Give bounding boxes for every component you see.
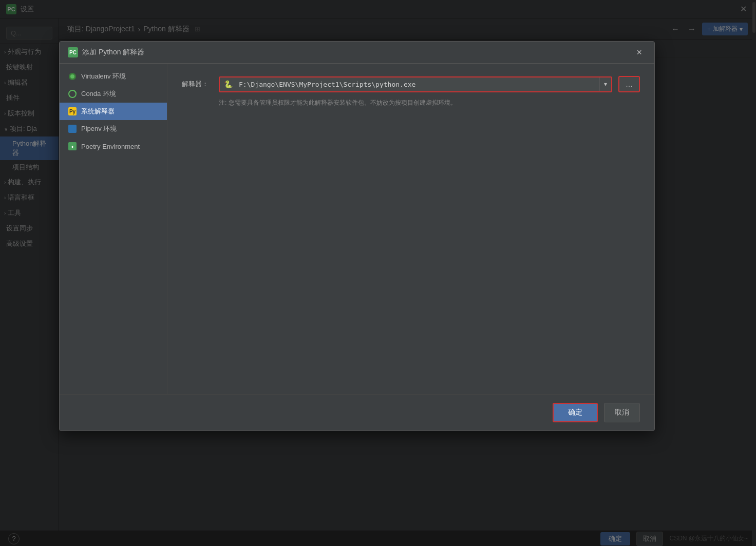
nav-item-label: Poetry Environment (81, 143, 140, 150)
modal-confirm-button[interactable]: 确定 (553, 403, 598, 422)
interpreter-browse-button[interactable]: … (618, 76, 640, 92)
pipenv-icon (68, 124, 77, 133)
nav-item-system[interactable]: Py 系统解释器 (60, 103, 167, 120)
interpreter-path-input[interactable] (237, 77, 599, 91)
modal-title-bar: PC 添加 Python 解释器 × (60, 42, 654, 64)
virtualenv-icon (68, 72, 77, 81)
interpreter-field-row: 解释器： 🐍 ▾ … (182, 76, 640, 92)
python-icon: 🐍 (220, 80, 237, 88)
interpreter-field-label: 解释器： (182, 80, 213, 89)
interpreter-dropdown-button[interactable]: ▾ (599, 77, 611, 91)
modal-close-button[interactable]: × (632, 47, 646, 58)
poetry-icon: ♦ (68, 142, 77, 151)
modal-cancel-button[interactable]: 取消 (604, 403, 640, 422)
modal-overlay: PC 添加 Python 解释器 × Virtuale (0, 0, 756, 546)
nav-item-label: Virtualenv 环境 (81, 72, 126, 81)
modal-title: 添加 Python 解释器 (82, 48, 144, 57)
modal-app-icon: PC (68, 47, 78, 57)
nav-item-label: Pipenv 环境 (81, 124, 117, 133)
nav-item-virtualenv[interactable]: Virtualenv 环境 (60, 68, 167, 85)
nav-item-conda[interactable]: Conda 环境 (60, 85, 167, 103)
modal-left-nav: Virtualenv 环境 Conda 环境 (60, 64, 167, 394)
svg-point-1 (70, 74, 74, 79)
modal-body: Virtualenv 环境 Conda 环境 (60, 64, 654, 394)
svg-text:♦: ♦ (71, 144, 74, 149)
modal-footer: 确定 取消 (60, 394, 654, 431)
interpreter-input-wrapper: 🐍 ▾ (219, 76, 612, 92)
interpreter-hint: 注: 您需要具备管理员权限才能为此解释器安装软件包。不妨改为按项目创建虚拟环境。 (219, 99, 640, 107)
settings-window: PC 设置 ✕ › 外观与行为 按键映射 › 编辑器 插件 › (0, 0, 756, 546)
nav-item-label: 系统解释器 (81, 107, 115, 116)
conda-icon (68, 89, 77, 99)
nav-item-label: Conda 环境 (81, 89, 116, 99)
svg-text:Py: Py (69, 109, 76, 114)
add-interpreter-modal: PC 添加 Python 解释器 × Virtuale (59, 41, 655, 431)
nav-item-poetry[interactable]: ♦ Poetry Environment (60, 138, 167, 155)
svg-rect-5 (68, 125, 77, 133)
modal-right: 解释器： 🐍 ▾ … 注: 您需要具备管理员权限才能为此解释器安装软件包。不妨改… (167, 64, 654, 394)
system-interpreter-icon: Py (68, 107, 77, 116)
nav-item-pipenv[interactable]: Pipenv 环境 (60, 120, 167, 138)
